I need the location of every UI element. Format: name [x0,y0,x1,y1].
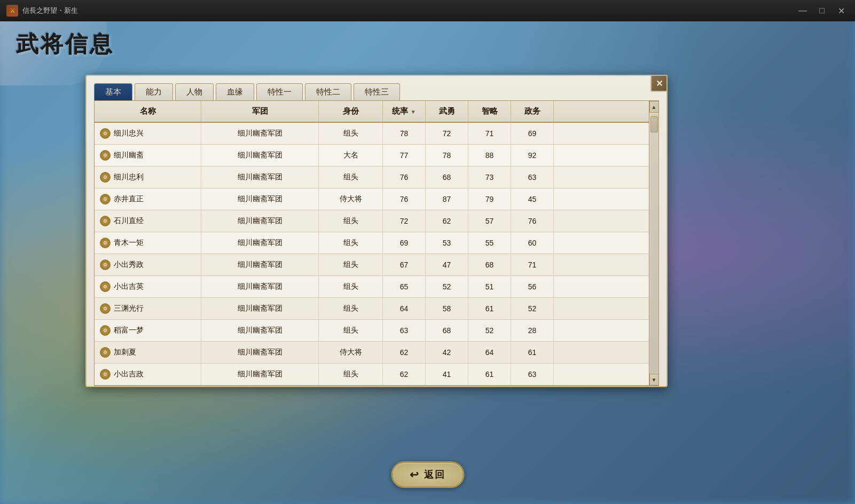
return-button[interactable]: ↩ 返回 [391,461,464,488]
tab-trait1[interactable]: 特性一 [256,83,303,100]
th-corps: 军团 [201,101,319,122]
main-dialog: ✕ 基本 能力 人物 血缘 特性一 特性二 特性三 名称 军团 身份 统率 ▼ … [85,75,668,387]
app-icon: ⚔ [6,5,18,17]
cell-empty [554,232,649,254]
cell-status: 组头 [319,320,383,341]
titlebar-controls: — □ ✕ [795,3,849,18]
cell-name: ⚙ 青木一矩 [95,232,201,254]
page-title: 武将信息 [16,29,114,59]
char-icon: ⚙ [100,216,111,226]
table-row[interactable]: ⚙ 稻富一梦 细川幽斋军团 组头 63 68 52 28 [95,320,649,342]
maximize-button[interactable]: □ [814,3,829,18]
table-row[interactable]: ⚙ 小出吉政 细川幽斋军团 组头 62 41 61 63 [95,364,649,385]
cell-wisdom: 73 [468,167,511,188]
cell-status: 组头 [319,364,383,385]
cell-command: 76 [383,188,426,210]
cell-command: 77 [383,145,426,166]
cell-admin: 92 [511,145,554,166]
cell-name: ⚙ 稻富一梦 [95,320,201,341]
return-label: 返回 [424,468,445,481]
cell-corps: 细川幽斋军团 [201,254,319,275]
cell-empty [554,254,649,275]
cell-wisdom: 61 [468,364,511,385]
char-icon: ⚙ [100,303,111,314]
cell-admin: 76 [511,210,554,232]
cell-wisdom: 68 [468,254,511,275]
cell-admin: 61 [511,342,554,363]
scroll-down-button[interactable]: ▼ [649,374,659,385]
char-icon: ⚙ [100,259,111,270]
table-row[interactable]: ⚙ 三渊光行 细川幽斋军团 组头 64 58 61 52 [95,298,649,320]
cell-wisdom: 64 [468,342,511,363]
cell-name: ⚙ 赤井直正 [95,188,201,210]
tab-basic[interactable]: 基本 [94,83,132,100]
table-row[interactable]: ⚙ 细川忠兴 细川幽斋军团 组头 78 72 71 69 [95,123,649,145]
table-row[interactable]: ⚙ 青木一矩 细川幽斋军团 组头 69 53 55 60 [95,232,649,254]
page-title-area: 武将信息 [16,29,114,59]
cell-name: ⚙ 三渊光行 [95,298,201,319]
cell-status: 侍大将 [319,188,383,210]
cell-command: 62 [383,342,426,363]
cell-status: 组头 [319,167,383,188]
cell-wisdom: 51 [468,276,511,297]
cell-command: 72 [383,210,426,232]
table-row[interactable]: ⚙ 细川忠利 细川幽斋军团 组头 76 68 73 63 [95,167,649,188]
cell-brave: 42 [426,342,468,363]
table-row[interactable]: ⚙ 细川幽斋 细川幽斋军团 大名 77 78 88 92 [95,145,649,167]
tab-ability[interactable]: 能力 [135,83,173,100]
cell-empty [554,188,649,210]
table-row[interactable]: ⚙ 加刺夏 细川幽斋军团 侍大将 62 42 64 61 [95,342,649,364]
tab-blood[interactable]: 血缘 [216,83,254,100]
tab-trait2[interactable]: 特性二 [305,83,351,100]
scroll-thumb[interactable] [650,116,658,132]
cell-status: 组头 [319,232,383,254]
table-row[interactable]: ⚙ 赤井直正 细川幽斋军团 侍大将 76 87 79 45 [95,188,649,210]
cell-corps: 细川幽斋军团 [201,276,319,297]
th-wisdom: 智略 [468,101,511,122]
cell-admin: 60 [511,232,554,254]
cell-corps: 细川幽斋军团 [201,364,319,385]
cell-empty [554,145,649,166]
cell-name: ⚙ 小出吉政 [95,364,201,385]
cell-wisdom: 61 [468,298,511,319]
cell-corps: 细川幽斋军团 [201,210,319,232]
char-icon: ⚙ [100,347,111,358]
table-body: ⚙ 细川忠兴 细川幽斋军团 组头 78 72 71 69 ⚙ 细川幽斋 细川幽斋… [95,123,649,385]
cell-brave: 41 [426,364,468,385]
dialog-close-button[interactable]: ✕ [650,75,668,92]
cell-brave: 78 [426,145,468,166]
cell-name: ⚙ 小出秀政 [95,254,201,275]
scroll-up-button[interactable]: ▲ [649,101,659,113]
cell-status: 组头 [319,276,383,297]
th-status: 身份 [319,101,383,122]
cell-corps: 细川幽斋军团 [201,188,319,210]
table-row[interactable]: ⚙ 小出秀政 细川幽斋军团 组头 67 47 68 71 [95,254,649,276]
cell-empty [554,320,649,341]
table-row[interactable]: ⚙ 小出吉英 细川幽斋军团 组头 65 52 51 56 [95,276,649,298]
window-close-button[interactable]: ✕ [834,3,849,18]
char-icon: ⚙ [100,238,111,248]
th-name: 名称 [95,101,201,122]
tab-trait3[interactable]: 特性三 [354,83,400,100]
table-row[interactable]: ⚙ 石川直经 细川幽斋军团 组头 72 62 57 76 [95,210,649,232]
char-icon: ⚙ [100,369,111,380]
cell-name: ⚙ 加刺夏 [95,342,201,363]
sort-indicator: ▼ [411,109,416,115]
cell-brave: 72 [426,123,468,144]
cell-brave: 53 [426,232,468,254]
cell-wisdom: 88 [468,145,511,166]
cell-command: 63 [383,320,426,341]
cell-empty [554,276,649,297]
char-icon: ⚙ [100,128,111,139]
cell-corps: 细川幽斋军团 [201,167,319,188]
th-admin: 政务 [511,101,554,122]
cell-command: 65 [383,276,426,297]
minimize-button[interactable]: — [795,3,810,18]
table-container: 名称 军团 身份 统率 ▼ 武勇 智略 政务 ⚙ 细川忠兴 细川幽斋军团 组头 … [94,100,659,386]
cell-admin: 69 [511,123,554,144]
scroll-track [650,114,658,373]
tab-person[interactable]: 人物 [175,83,214,100]
cell-brave: 52 [426,276,468,297]
cell-status: 组头 [319,298,383,319]
cell-wisdom: 79 [468,188,511,210]
